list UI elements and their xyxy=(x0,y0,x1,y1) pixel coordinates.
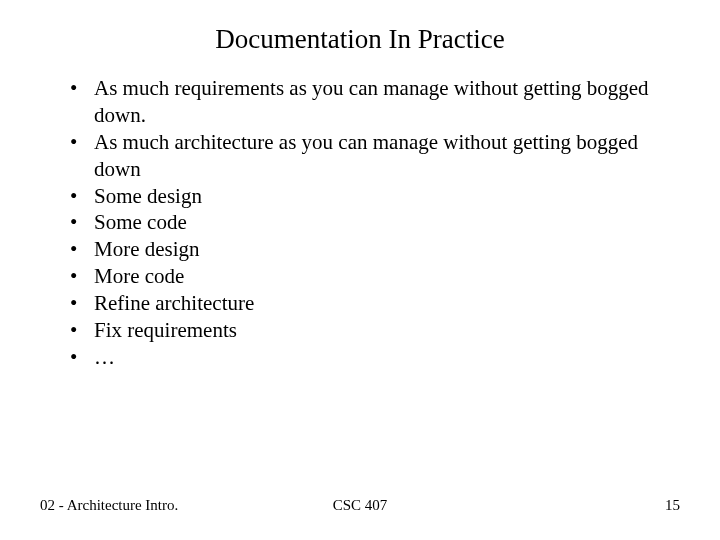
list-item: As much architecture as you can manage w… xyxy=(94,129,680,183)
slide-footer: 02 - Architecture Intro. CSC 407 15 xyxy=(0,497,720,514)
list-item: Some code xyxy=(94,209,680,236)
bullet-list: As much requirements as you can manage w… xyxy=(40,75,680,371)
list-item: Fix requirements xyxy=(94,317,680,344)
list-item: More code xyxy=(94,263,680,290)
list-item: … xyxy=(94,344,680,371)
list-item: Some design xyxy=(94,183,680,210)
list-item: As much requirements as you can manage w… xyxy=(94,75,680,129)
list-item: Refine architecture xyxy=(94,290,680,317)
slide-title: Documentation In Practice xyxy=(0,0,720,55)
footer-left: 02 - Architecture Intro. xyxy=(40,497,178,514)
slide-body: As much requirements as you can manage w… xyxy=(0,55,720,371)
footer-right: 15 xyxy=(665,497,680,514)
slide: Documentation In Practice As much requir… xyxy=(0,0,720,540)
list-item: More design xyxy=(94,236,680,263)
footer-center: CSC 407 xyxy=(333,497,388,514)
